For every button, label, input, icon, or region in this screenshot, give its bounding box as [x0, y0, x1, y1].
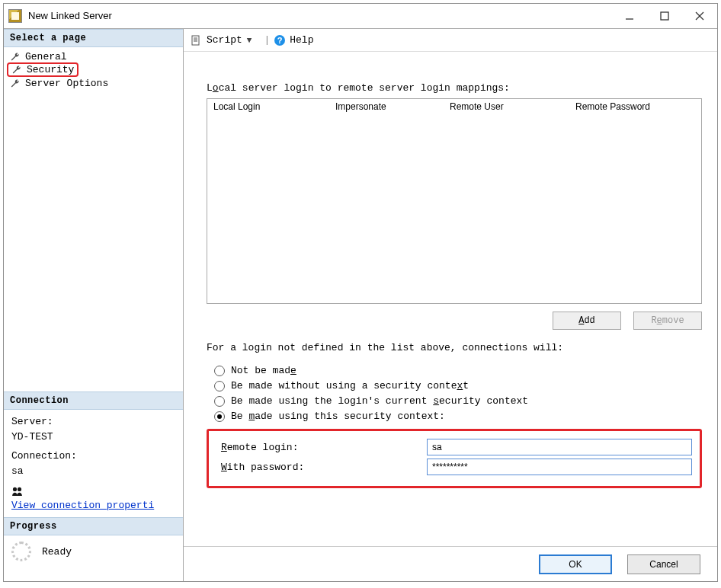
progress-status: Ready — [42, 546, 72, 558]
window-buttons — [612, 4, 717, 27]
dialog-footer: OK Cancel — [184, 546, 717, 581]
left-panel: Select a page General Security — [4, 29, 184, 581]
grid-header-remote-user[interactable]: Remote User — [444, 99, 569, 116]
close-icon — [695, 11, 704, 21]
radio-icon — [214, 381, 225, 391]
radio-icon — [214, 396, 225, 407]
page-list: General Security Server Options — [4, 47, 183, 90]
connection-label: Connection: — [11, 449, 175, 464]
page-label: Server Options — [25, 78, 108, 89]
remote-login-input[interactable] — [427, 439, 692, 455]
connection-info: Server: YD-TEST Connection: sa View conn… — [4, 410, 183, 517]
grid-header-row: Local Login Impersonate Remote User Remo… — [207, 99, 701, 116]
page-label: General — [25, 51, 67, 62]
page-label: Security — [27, 64, 74, 75]
radio-without-security-context[interactable]: Be made without using a security context — [214, 380, 702, 391]
add-button[interactable]: Add — [553, 312, 621, 330]
help-icon: ? — [274, 35, 285, 46]
radio-current-security-context[interactable]: Be made using the login's current securi… — [214, 395, 702, 407]
cancel-button[interactable]: Cancel — [627, 554, 700, 574]
server-value: YD-TEST — [11, 430, 175, 445]
toolbar: Script ▼ | ? Help — [184, 29, 717, 52]
wrench-icon — [10, 52, 21, 62]
maximize-button[interactable] — [647, 4, 682, 27]
content-area: Local server login to remote server logi… — [184, 52, 717, 546]
app-icon — [8, 9, 22, 23]
people-icon — [11, 486, 23, 495]
wrench-icon — [10, 78, 21, 89]
grid-header-local-login[interactable]: Local Login — [207, 99, 329, 116]
view-connection-properties-link[interactable]: View connection properti — [11, 500, 154, 511]
wrench-icon — [11, 65, 22, 75]
dialog-window: New Linked Server Select a page Gener — [3, 3, 718, 582]
minimize-icon — [625, 11, 634, 21]
script-icon — [191, 35, 202, 46]
connection-value: sa — [11, 464, 175, 479]
server-label: Server: — [11, 414, 175, 430]
view-connection-row: View connection properti — [11, 483, 175, 513]
connection-header: Connection — [4, 391, 183, 410]
script-dropdown-icon[interactable]: ▼ — [247, 36, 252, 45]
page-item-server-options[interactable]: Server Options — [7, 77, 180, 90]
login-mappings-grid[interactable]: Local Login Impersonate Remote User Remo… — [207, 98, 702, 304]
remote-credentials-frame: Remote login: With password: — [207, 429, 702, 488]
right-panel: Script ▼ | ? Help Local server login to … — [184, 29, 717, 581]
close-button[interactable] — [682, 4, 717, 27]
mappings-label: Local server login to remote server logi… — [207, 82, 702, 94]
svg-rect-6 — [192, 36, 199, 45]
with-password-input[interactable] — [427, 459, 692, 475]
ok-button[interactable]: OK — [539, 554, 612, 574]
svg-rect-1 — [661, 12, 668, 20]
minimize-button[interactable] — [612, 4, 647, 27]
security-context-radio-group: Not be made Be made without using a secu… — [214, 361, 702, 426]
radio-using-this-context[interactable]: Be made using this security context: — [214, 411, 702, 422]
progress-spinner-icon — [11, 542, 31, 561]
with-password-label: With password: — [221, 462, 427, 473]
page-item-security[interactable]: Security — [7, 62, 79, 77]
grid-header-impersonate[interactable]: Impersonate — [329, 99, 444, 116]
connections-will-label: For a login not defined in the list abov… — [207, 342, 702, 353]
radio-not-be-made[interactable]: Not be made — [214, 365, 702, 376]
remote-login-label: Remote login: — [221, 442, 427, 453]
select-page-header: Select a page — [4, 29, 183, 47]
svg-point-5 — [18, 487, 21, 491]
progress-header: Progress — [4, 517, 183, 535]
radio-icon-selected — [214, 411, 225, 422]
grid-header-remote-password[interactable]: Remote Password — [569, 99, 701, 116]
maximize-icon — [660, 11, 669, 21]
script-button[interactable]: Script — [207, 34, 242, 46]
help-button[interactable]: Help — [290, 34, 313, 46]
page-item-general[interactable]: General — [7, 50, 180, 63]
progress-block: Ready — [4, 535, 183, 567]
titlebar: New Linked Server — [4, 4, 717, 28]
radio-icon — [214, 366, 225, 376]
remove-button: Remove — [633, 312, 702, 330]
window-title: New Linked Server — [28, 10, 612, 21]
